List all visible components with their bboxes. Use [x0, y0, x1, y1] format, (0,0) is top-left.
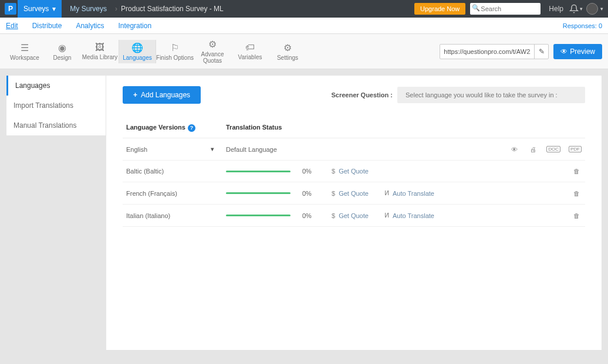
- progress-bar: [226, 171, 291, 172]
- screener-question-box[interactable]: Select language you would like to take t…: [397, 87, 585, 103]
- progress-percent: 0%: [302, 190, 332, 197]
- tab-distribute[interactable]: Distribute: [32, 18, 62, 33]
- upgrade-button[interactable]: Upgrade Now: [414, 3, 465, 15]
- user-menu[interactable]: ▾: [585, 3, 603, 15]
- page-title: Product Satisfaction Survey - ML: [117, 5, 224, 13]
- screener-label: Screener Question :: [331, 91, 393, 98]
- delete-button[interactable]: 🗑: [571, 190, 582, 197]
- main-area: Languages Import Translations Manual Tra…: [0, 69, 608, 356]
- help-link[interactable]: Help: [549, 5, 563, 13]
- default-lang-label: Default Language: [226, 146, 302, 153]
- sidebar: Languages Import Translations Manual Tra…: [6, 75, 106, 136]
- tool-languages[interactable]: 🌐Languages: [119, 40, 156, 63]
- language-name: Baltic (Baltic): [126, 168, 164, 175]
- surveys-label: Surveys: [23, 5, 49, 13]
- get-quote-link[interactable]: $Get Quote: [332, 190, 384, 197]
- progress-bar: [226, 215, 291, 216]
- tool-media[interactable]: 🖼Media Library: [81, 40, 119, 63]
- survey-url-box: ✎: [440, 44, 549, 59]
- sidebar-item-import[interactable]: Import Translations: [6, 96, 106, 115]
- tool-settings[interactable]: ⚙Settings: [269, 40, 306, 63]
- delete-button[interactable]: 🗑: [571, 212, 582, 219]
- tool-variables[interactable]: 🏷Variables: [231, 40, 269, 63]
- tool-design[interactable]: ◉Design: [43, 40, 81, 63]
- caret-down-icon: ▾: [52, 5, 56, 13]
- tool-workspace[interactable]: ☰Workspace: [6, 40, 43, 63]
- table-row: English▾ Default Language 👁 🖨 DOC PDF: [123, 138, 585, 161]
- topbar: P Surveys ▾ My Surveys › Product Satisfa…: [0, 0, 608, 18]
- get-quote-link[interactable]: $Get Quote: [332, 168, 384, 175]
- main-tabs: Edit Distribute Analytics Integration Re…: [0, 18, 608, 34]
- language-name: French (Français): [126, 190, 177, 197]
- breadcrumb-my-surveys[interactable]: My Surveys: [62, 5, 115, 13]
- edit-url-button[interactable]: ✎: [534, 44, 548, 59]
- languages-icon: 🌐: [119, 42, 156, 53]
- caret-down-icon: ▾: [600, 6, 603, 12]
- workspace-icon: ☰: [6, 42, 43, 53]
- tool-finish[interactable]: ⚐Finish Options: [156, 40, 194, 63]
- tab-integration[interactable]: Integration: [118, 18, 151, 33]
- info-icon[interactable]: ?: [188, 124, 195, 132]
- design-icon: ◉: [43, 42, 81, 53]
- preview-button[interactable]: 👁Preview: [553, 44, 602, 59]
- add-languages-button[interactable]: +Add Languages: [123, 86, 201, 104]
- surveys-dropdown[interactable]: Surveys ▾: [18, 0, 62, 18]
- pencil-icon: ✎: [539, 47, 545, 56]
- sidebar-item-manual[interactable]: Manual Translations: [6, 115, 106, 135]
- caret-down-icon: ▾: [580, 6, 583, 12]
- toolbar: ☰Workspace ◉Design 🖼Media Library 🌐Langu…: [0, 34, 608, 69]
- table-row: Baltic (Baltic) 0% $Get Quote 🗑: [123, 161, 585, 182]
- print-icon[interactable]: 🖨: [528, 146, 538, 153]
- media-icon: 🖼: [81, 42, 119, 53]
- preview-icon[interactable]: 👁: [509, 146, 519, 153]
- delete-button[interactable]: 🗑: [571, 168, 582, 175]
- settings-icon: ⚙: [269, 42, 306, 53]
- avatar: [586, 3, 598, 15]
- eye-icon: 👁: [560, 47, 568, 56]
- content-header-row: +Add Languages Screener Question : Selec…: [123, 86, 585, 104]
- search-input[interactable]: [470, 3, 541, 15]
- table-row: Italian (Italiano) 0% $Get Quote ⵍAuto T…: [123, 205, 585, 227]
- variables-icon: 🏷: [231, 42, 269, 53]
- search-container: 🔍: [470, 3, 541, 15]
- content-panel: +Add Languages Screener Question : Selec…: [106, 75, 602, 351]
- tab-analytics[interactable]: Analytics: [76, 18, 104, 33]
- dollar-icon: $: [332, 168, 335, 175]
- language-name: English: [126, 146, 147, 153]
- app-logo[interactable]: P: [5, 3, 16, 15]
- export-doc-button[interactable]: DOC: [546, 146, 560, 152]
- language-name: Italian (Italiano): [126, 212, 170, 219]
- table-header: Language Versions? Translation Status: [123, 118, 585, 138]
- auto-translate-link[interactable]: ⵍAuto Translate: [384, 212, 467, 219]
- tool-quotas[interactable]: ⚙Advance Quotas: [194, 36, 231, 66]
- progress-bar: [226, 192, 291, 194]
- bell-icon: [569, 4, 579, 13]
- responses-count[interactable]: Responses: 0: [563, 22, 602, 29]
- tab-edit[interactable]: Edit: [6, 18, 18, 33]
- get-quote-link[interactable]: $Get Quote: [332, 212, 384, 219]
- translate-icon: ⵍ: [384, 212, 389, 219]
- finish-icon: ⚐: [156, 42, 194, 53]
- language-dropdown[interactable]: ▾: [211, 145, 214, 153]
- search-icon: 🔍: [472, 4, 480, 12]
- sidebar-item-languages[interactable]: Languages: [6, 76, 106, 96]
- dollar-icon: $: [332, 212, 335, 219]
- dollar-icon: $: [332, 190, 335, 197]
- export-pdf-button[interactable]: PDF: [569, 146, 582, 152]
- th-language: Language Versions?: [126, 124, 226, 132]
- progress-percent: 0%: [302, 212, 332, 219]
- progress-percent: 0%: [302, 168, 332, 175]
- auto-translate-link[interactable]: ⵍAuto Translate: [384, 189, 467, 197]
- survey-url-input[interactable]: [440, 48, 534, 55]
- table-row: French (Français) 0% $Get Quote ⵍAuto Tr…: [123, 182, 585, 205]
- notifications-bell[interactable]: ▾: [569, 4, 583, 13]
- plus-icon: +: [133, 91, 137, 99]
- th-status: Translation Status: [226, 124, 302, 132]
- translate-icon: ⵍ: [384, 189, 389, 197]
- quotas-icon: ⚙: [194, 39, 231, 50]
